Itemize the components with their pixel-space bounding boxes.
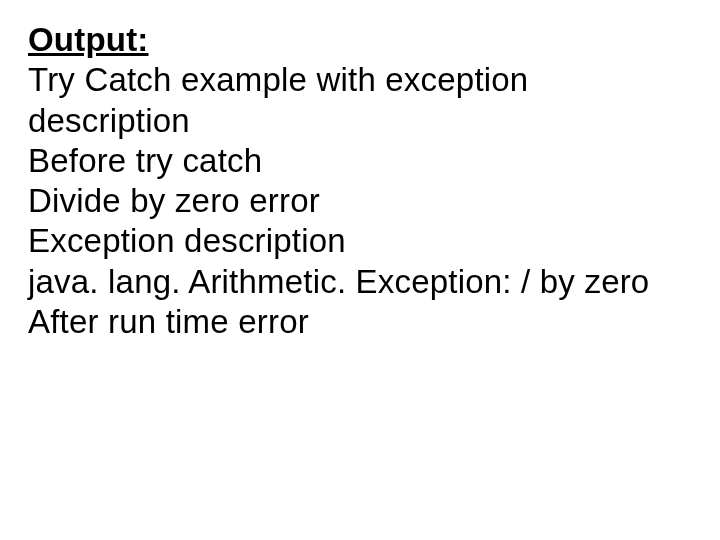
- output-line-2: Before try catch: [28, 141, 692, 181]
- output-heading: Output:: [28, 21, 149, 58]
- output-line-4: Exception description: [28, 221, 692, 261]
- output-line-1: Try Catch example with exception descrip…: [28, 60, 692, 141]
- output-line-6: After run time error: [28, 302, 692, 342]
- output-line-5: java. lang. Arithmetic. Exception: / by …: [28, 262, 692, 302]
- output-line-3: Divide by zero error: [28, 181, 692, 221]
